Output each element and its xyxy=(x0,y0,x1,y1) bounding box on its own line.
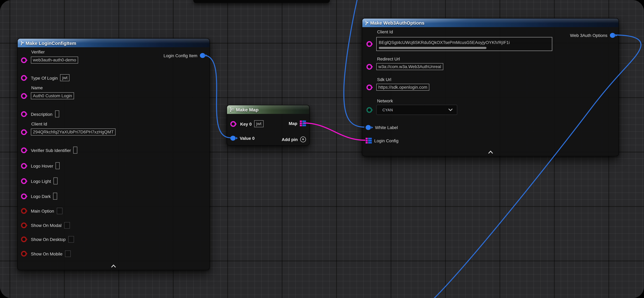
bool-pin-main-option[interactable] xyxy=(21,208,27,214)
pin-label-show-on-desktop: Show On Desktop xyxy=(31,237,66,242)
string-pin-verifier-sub-identifier[interactable] xyxy=(21,147,27,153)
output-pin-label: Web 3Auth Options xyxy=(570,33,607,38)
struct-pin-value0[interactable] xyxy=(230,136,236,141)
show-on-desktop-checkbox[interactable] xyxy=(68,236,74,242)
pin-label-key0: Key 0 xyxy=(240,121,252,126)
bool-pin-show-on-mobile[interactable] xyxy=(21,251,27,256)
node-title: Make Map xyxy=(236,107,258,112)
node-header-make-web3authoptions[interactable]: }• Make Web3AuthOptions xyxy=(362,18,618,27)
pin-row-logo-light: Logo Light xyxy=(21,178,58,184)
string-pin-client-id[interactable] xyxy=(366,41,372,47)
show-on-mobile-checkbox[interactable] xyxy=(65,250,71,257)
pin-label-verifier-sub-identifier: Verifier Sub Identifier xyxy=(31,148,71,152)
collapse-chevron-icon[interactable] xyxy=(111,262,116,269)
logo-dark-field[interactable] xyxy=(53,193,57,200)
pin-row-type-of-login: Type Of Login jwt xyxy=(21,74,70,81)
node-header-make-loginconfigitem[interactable]: }• Make LoginConfigItem xyxy=(18,39,209,47)
pin-label-show-on-modal: Show On Modal xyxy=(31,223,62,228)
network-dropdown-value: CYAN xyxy=(382,108,393,112)
string-pin-sdk-url[interactable] xyxy=(366,84,372,90)
pin-row-client-id: 294QRkchfq2YaXUbPri7D6PH7xzHgQMT xyxy=(21,128,116,136)
client-id-field[interactable]: BEglQSgt4cUWcj6SKRdu5QkOXTsePmMcusG5EAoy… xyxy=(376,37,552,51)
pin-row-show-on-modal: Show On Modal xyxy=(21,222,70,229)
pin-label-main-option: Main Option xyxy=(31,208,54,214)
offscreen-node-edge[interactable] xyxy=(193,0,330,3)
struct-output-pin[interactable] xyxy=(610,33,615,38)
description-field[interactable] xyxy=(55,110,59,117)
string-pin-logo-light[interactable] xyxy=(21,178,27,184)
key0-field[interactable]: jwt xyxy=(254,120,264,127)
bool-pin-show-on-desktop[interactable] xyxy=(21,236,27,242)
sdk-url-field[interactable]: https://sdk.openlogin.com xyxy=(376,84,430,91)
pin-label-logo-light: Logo Light xyxy=(31,178,51,184)
add-pin-button[interactable]: Add pin xyxy=(282,136,306,142)
pin-row-main-option: Main Option xyxy=(21,208,62,214)
pin-label-network: Network xyxy=(377,98,393,103)
string-pin-description[interactable] xyxy=(21,111,27,117)
pin-row-name: Auth0 Custom Login xyxy=(21,92,74,99)
logo-hover-field[interactable] xyxy=(56,162,60,169)
client-id-text: BEglQSgt4cUWcj6SKRdu5QkOXTsePmMcusG5EAoy… xyxy=(379,40,510,45)
name-field[interactable]: Auth0 Custom Login xyxy=(31,92,74,99)
pin-label-client-id: Client Id xyxy=(377,29,393,34)
enum-pin-network[interactable] xyxy=(366,107,372,113)
type-of-login-field[interactable]: jwt xyxy=(60,74,70,81)
pin-label-logo-dark: Logo Dark xyxy=(31,194,51,199)
pin-label-name: Name xyxy=(31,85,43,90)
logo-light-field[interactable] xyxy=(54,178,58,184)
network-dropdown[interactable]: CYAN xyxy=(376,104,457,115)
pin-row-show-on-desktop: Show On Desktop xyxy=(21,236,74,242)
map-pin-login-config[interactable] xyxy=(366,138,372,144)
string-pin-logo-dark[interactable] xyxy=(21,193,27,199)
verifier-field[interactable]: web3auth-auth0-demo xyxy=(31,56,78,64)
pin-row-login-config: Login Config xyxy=(366,138,398,144)
node-make-map[interactable]: }≡ Make Map Key 0 jwt Map Value 0 Add pi… xyxy=(226,105,310,146)
string-pin-type-of-login[interactable] xyxy=(21,75,27,80)
screenshot-root: }• Make LoginConfigItem Login Config Ite… xyxy=(0,0,644,298)
pin-row-show-on-mobile: Show On Mobile xyxy=(21,250,71,257)
string-pin-verifier[interactable] xyxy=(21,57,27,63)
pin-label-sdk-url: Sdk Url xyxy=(377,77,391,82)
pin-label-type-of-login: Type Of Login xyxy=(31,75,58,80)
pin-row-verifier-sub-identifier: Verifier Sub Identifier xyxy=(21,147,78,154)
struct-pin-white-label[interactable] xyxy=(366,125,371,130)
client-id-field[interactable]: 294QRkchfq2YaXUbPri7D6PH7xzHgQMT xyxy=(31,128,116,136)
pin-row-sdk-url: https://sdk.openlogin.com xyxy=(366,84,430,91)
output-pin-row-login-config-item[interactable]: Login Config Item xyxy=(164,53,205,58)
pin-row-logo-hover: Logo Hover xyxy=(21,162,60,169)
node-make-web3authoptions[interactable]: }• Make Web3AuthOptions Web 3Auth Option… xyxy=(362,18,619,156)
pin-row-description: Description xyxy=(21,110,59,117)
pin-label-description: Description xyxy=(31,112,52,116)
string-pin-client-id[interactable] xyxy=(21,129,27,135)
client-id-scrollbar[interactable] xyxy=(379,47,486,49)
pin-row-key0: Key 0 jwt xyxy=(230,120,264,127)
string-pin-key0[interactable] xyxy=(230,121,236,127)
map-output-pin[interactable] xyxy=(300,120,306,126)
main-option-checkbox[interactable] xyxy=(56,208,62,214)
node-make-loginconfigitem[interactable]: }• Make LoginConfigItem Login Config Ite… xyxy=(17,38,210,270)
show-on-modal-checkbox[interactable] xyxy=(64,222,70,229)
struct-output-pin[interactable] xyxy=(200,53,205,58)
verifier-sub-identifier-field[interactable] xyxy=(74,147,78,154)
output-pin-label: Login Config Item xyxy=(164,53,197,58)
pin-label-redirect-url: Redirect Url xyxy=(377,56,400,61)
output-pin-row-map[interactable]: Map xyxy=(289,120,306,126)
redirect-url-field[interactable]: w3a://com.w3a.Web3AuthUnreal xyxy=(376,63,443,70)
string-pin-redirect-url[interactable] xyxy=(366,64,372,70)
node-header-make-map[interactable]: }≡ Make Map xyxy=(227,105,309,114)
output-pin-row-web3auth-options[interactable]: Web 3Auth Options xyxy=(570,33,615,38)
pin-label-value0: Value 0 xyxy=(240,136,255,141)
string-pin-name[interactable] xyxy=(21,93,27,99)
pin-row-network: CYAN xyxy=(366,104,457,115)
collapse-chevron-icon[interactable] xyxy=(488,148,493,156)
node-title: Make Web3AuthOptions xyxy=(370,20,424,26)
pin-label-verifier: Verifier xyxy=(31,50,45,54)
output-pin-label-map: Map xyxy=(289,121,297,126)
string-pin-logo-hover[interactable] xyxy=(21,163,27,169)
pin-label-logo-hover: Logo Hover xyxy=(31,163,53,168)
pin-row-value0: Value 0 xyxy=(230,136,255,141)
make-struct-icon: }• xyxy=(365,20,368,25)
pin-row-verifier: web3auth-auth0-demo xyxy=(21,56,78,64)
bool-pin-show-on-modal[interactable] xyxy=(21,222,27,228)
blueprint-graph-canvas[interactable]: }• Make LoginConfigItem Login Config Ite… xyxy=(0,0,644,298)
